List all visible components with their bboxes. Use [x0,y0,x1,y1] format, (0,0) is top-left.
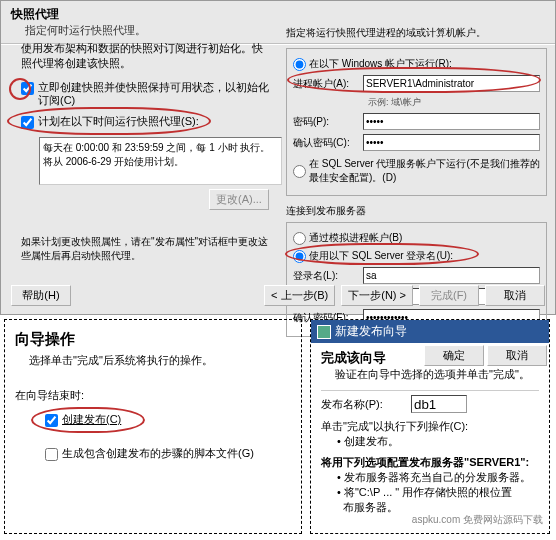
wizard-end-label: 在向导结束时: [15,388,291,403]
divider [321,390,539,391]
schedule-textbox: 每天在 0:00:00 和 23:59:59 之间，每 1 小时 执行。将从 2… [39,137,282,185]
impersonate-radio[interactable] [293,232,306,245]
wizard-icon [317,325,331,339]
schedule-label: 计划在以下时间运行快照代理(S): [38,115,199,128]
run-as-windows-radio[interactable] [293,58,306,71]
generate-script-label: 生成包含创建发布的步骤的脚本文件(G) [62,447,254,460]
confirm-password-input[interactable] [363,134,540,151]
help-button[interactable]: 帮助(H) [11,285,71,306]
create-snapshot-checkbox[interactable] [21,82,34,95]
agent-heading: 快照代理 [11,6,545,23]
wizard-action-sub: 选择单击"完成"后系统将执行的操作。 [29,353,291,368]
password-input[interactable] [363,113,540,130]
bullet-create-pub: • 创建发布。 [337,434,539,449]
config-text: 将用下列选项配置发布服务器"SERVER1": [321,455,539,470]
watermark: aspku.com 免费网站源码下载 [412,513,543,527]
click-finish-text: 单击"完成"以执行下列操作(C): [321,419,539,434]
account-example: 示例: 域\帐户 [368,96,540,109]
publication-name-input[interactable] [411,395,467,413]
wizard-action-title: 向导操作 [15,330,291,349]
bullet-snapshot-path: • 将"C:\P ... " 用作存储快照的根位置 [337,485,539,500]
publication-name-label: 发布名称(P): [321,397,411,412]
windows-account-group: 在以下 Windows 帐户下运行(R): 进程帐户(A): 示例: 域\帐户 … [286,48,547,196]
create-publication-checkbox[interactable] [45,414,58,427]
create-snapshot-label: 立即创建快照并使快照保持可用状态，以初始化订阅(C) [38,81,271,107]
schedule-checkbox[interactable] [21,116,34,129]
wizard-titlebar-text: 新建发布向导 [335,323,407,340]
use-sql-login-label: 使用以下 SQL Server 登录名(U): [309,249,453,263]
generate-script-checkbox[interactable] [45,448,58,461]
run-as-sqlagent-label: 在 SQL Server 代理服务帐户下运行(不是我们推荐的最佳安全配置)。(D… [309,157,540,185]
run-as-sqlagent-radio[interactable] [293,165,306,178]
finish-button: 完成(F) [419,285,479,306]
login-input[interactable] [363,267,540,284]
confirm-password-label: 确认密码(C): [293,136,363,150]
process-account-input[interactable] [363,75,540,92]
process-account-label: 进程帐户(A): [293,77,363,91]
next-button[interactable]: 下一步(N) > [341,285,413,306]
change-button[interactable]: 更改(A)... [209,189,269,210]
back-button[interactable]: < 上一步(B) [264,285,335,306]
footnote-text: 如果计划更改快照属性，请在"发布属性"对话框中更改这些属性后再启动快照代理。 [21,235,271,263]
password-label: 密码(P): [293,115,363,129]
create-publication-label: 创建发布(C) [62,413,121,426]
complete-wizard-title: 完成该向导 [321,349,539,367]
wizard-titlebar: 新建发布向导 [311,320,549,343]
login-label: 登录名(L): [293,269,363,283]
bullet-distributor: • 发布服务器将充当自己的分发服务器。 [337,470,539,485]
run-as-windows-label: 在以下 Windows 帐户下运行(R): [309,57,452,71]
connect-publisher-title: 连接到发布服务器 [286,204,547,218]
use-sql-login-radio[interactable] [293,250,306,263]
cancel-button[interactable]: 取消 [485,285,545,306]
impersonate-label: 通过模拟进程帐户(B) [309,231,402,245]
intro-text: 使用发布架构和数据的快照对订阅进行初始化。快照代理将创建该快照。 [21,41,271,71]
right-desc: 指定将运行快照代理进程的域或计算机帐户。 [286,26,547,40]
complete-wizard-sub: 验证在向导中选择的选项并单击"完成"。 [335,367,539,382]
